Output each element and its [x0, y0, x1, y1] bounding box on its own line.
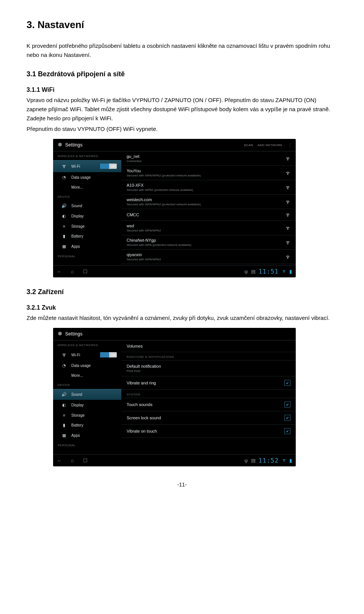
apps-icon: ▦ [61, 433, 67, 438]
sidebar-item-storage[interactable]: ≡ Storage [53, 221, 121, 231]
status-wifi-icon [282, 269, 286, 274]
heading-3-1-1: 3.1.1 WiFi [27, 87, 337, 93]
nav-home-icon[interactable]: ⌂ [71, 269, 74, 274]
sidebar-item-wifi[interactable]: Wi-Fi ON [53, 349, 121, 361]
setting-screen-lock-sound[interactable]: Screen lock sound ✔ [121, 411, 296, 425]
setting-volumes[interactable]: Volumes [121, 340, 296, 352]
settings-gear-icon [57, 142, 62, 148]
sound-icon: 🔊 [61, 392, 67, 397]
intro-paragraph: K provedení potřebného přizpůsobení tabl… [27, 41, 337, 60]
checkbox-checked-icon[interactable]: ✔ [284, 428, 290, 434]
network-row[interactable]: wsdSecured with WPA/WPA2 [121, 221, 296, 235]
wifi-icon [61, 352, 67, 358]
network-name: weistech.com [127, 197, 285, 202]
sidebar-item-apps[interactable]: ▦ Apps [53, 241, 121, 252]
battery-icon: ▮ [61, 234, 67, 239]
sidebar-item-battery[interactable]: ▮ Battery [53, 231, 121, 241]
wifi-signal-icon [285, 156, 290, 162]
nav-recent-icon[interactable]: ☐ [83, 458, 88, 463]
nav-home-icon[interactable]: ⌂ [71, 458, 74, 463]
add-network-button[interactable]: ADD NETWORK [258, 143, 283, 147]
section-device: DEVICE [53, 380, 121, 389]
status-battery-icon: ▮ [289, 458, 292, 463]
data-usage-icon: ◔ [61, 175, 67, 180]
wifi-paragraph-1: Vpravo od názvu položky Wi-Fi je tlačítk… [27, 96, 337, 123]
checkbox-checked-icon[interactable]: ✔ [284, 415, 290, 421]
status-wifi-icon [282, 458, 286, 463]
sd-icon: ▤ [251, 269, 256, 274]
usb-icon: ψ [245, 269, 248, 274]
sidebar-item-battery[interactable]: ▮ Battery [53, 420, 121, 430]
network-name: CMCC [127, 213, 285, 217]
sidebar-label: Display [71, 403, 117, 407]
header-title: Settings [65, 331, 292, 337]
wifi-toggle[interactable]: ON [100, 352, 117, 357]
nav-back-icon[interactable]: ← [57, 269, 62, 274]
apps-icon: ▦ [61, 244, 67, 249]
sidebar-label: Storage [71, 413, 117, 417]
sidebar-item-display[interactable]: ◐ Display [53, 211, 121, 221]
wifi-signal-icon [285, 225, 290, 231]
wifi-signal-icon [285, 239, 290, 246]
network-row[interactable]: CMCC [121, 209, 296, 221]
section-wireless: WIRELESS & NETWORKS [53, 151, 121, 160]
sidebar-item-apps[interactable]: ▦ Apps [53, 430, 121, 441]
section-personal: PERSONAL [53, 441, 121, 449]
wifi-signal-icon [285, 199, 290, 205]
network-row[interactable]: ChinaNet-NYgpSecured with WPA (protected… [121, 235, 296, 250]
sidebar-label: Data usage [71, 364, 117, 368]
screenshot-wifi-settings: Settings SCAN ADD NETWORK ⋮ WIRELESS & N… [53, 139, 296, 277]
scan-button[interactable]: SCAN [244, 143, 253, 147]
network-name: gu_net [127, 154, 285, 159]
network-row[interactable]: qiyanxinSecured with WPA/WPA2 [121, 250, 296, 264]
sidebar-item-sound[interactable]: 🔊 Sound [53, 389, 121, 400]
network-row[interactable]: YouYouSecured with WPA/WPA2 (protected n… [121, 166, 296, 180]
overflow-menu-icon[interactable]: ⋮ [288, 143, 292, 148]
sidebar-item-wifi[interactable]: Wi-Fi ON [53, 160, 121, 172]
sidebar-label: Storage [71, 224, 117, 228]
setting-default-notification[interactable]: Default notification Pixie Dust [121, 361, 296, 376]
network-subtext: Secured with WPA/WPA2 [127, 258, 285, 261]
sound-icon: 🔊 [61, 203, 67, 208]
nav-back-icon[interactable]: ← [57, 458, 62, 463]
sidebar-item-storage[interactable]: ≡ Storage [53, 410, 121, 420]
storage-icon: ≡ [61, 413, 67, 417]
wifi-signal-icon [285, 212, 290, 218]
network-subtext: Secured with WPA2 (protected network ava… [127, 188, 285, 192]
checkbox-checked-icon[interactable]: ✔ [284, 380, 290, 386]
storage-icon: ≡ [61, 224, 67, 228]
network-row[interactable]: weistech.comSecured with WPA/WPA2 (prote… [121, 195, 296, 209]
sidebar-label: Sound [71, 392, 117, 397]
sidebar-label: Battery [71, 234, 117, 238]
wifi-toggle[interactable]: ON [100, 164, 117, 169]
heading-1: 3. Nastavení [27, 19, 337, 31]
network-subtext: Secured with WPA/WPA2 [127, 229, 285, 232]
section-system: SYSTEM [121, 390, 296, 398]
network-subtext: Secured with WPA/WPA2 (protected network… [127, 203, 285, 206]
sidebar-item-sound[interactable]: 🔊 Sound [53, 201, 121, 211]
display-icon: ◐ [61, 403, 67, 408]
network-subtext: Secured with WPA (protected network avai… [127, 243, 285, 247]
heading-3-2: 3.2 Zařízení [27, 288, 337, 296]
sidebar-item-display[interactable]: ◐ Display [53, 400, 121, 410]
wifi-paragraph-2: Přepnutím do stavu VYPNUTO (OFF) WiFi vy… [27, 124, 337, 134]
sidebar-item-more[interactable]: More... [53, 371, 121, 380]
wifi-signal-icon [285, 170, 290, 176]
network-name: qiyanxin [127, 252, 285, 257]
setting-vibrate-on-touch[interactable]: Vibrate on touch ✔ [121, 425, 296, 438]
sidebar-item-data-usage[interactable]: ◔ Data usage [53, 172, 121, 183]
section-ringtone: RINGTONE & NOTIFICATIONS [121, 352, 296, 361]
battery-icon: ▮ [61, 423, 67, 428]
sidebar-item-more[interactable]: More... [53, 183, 121, 192]
network-row[interactable]: gu_netConnected [121, 151, 296, 166]
sidebar-label: Sound [71, 204, 117, 208]
sidebar-item-data-usage[interactable]: ◔ Data usage [53, 361, 121, 371]
status-clock: 11:51 [259, 268, 279, 275]
setting-touch-sounds[interactable]: Touch sounds ✔ [121, 398, 296, 411]
page-number: -11- [27, 482, 337, 488]
checkbox-checked-icon[interactable]: ✔ [284, 401, 290, 408]
network-row[interactable]: A10-XFXSecured with WPA2 (protected netw… [121, 180, 296, 195]
setting-vibrate-and-ring[interactable]: Vibrate and ring ✔ [121, 376, 296, 390]
network-name: ChinaNet-NYgp [127, 238, 285, 242]
nav-recent-icon[interactable]: ☐ [83, 269, 88, 274]
